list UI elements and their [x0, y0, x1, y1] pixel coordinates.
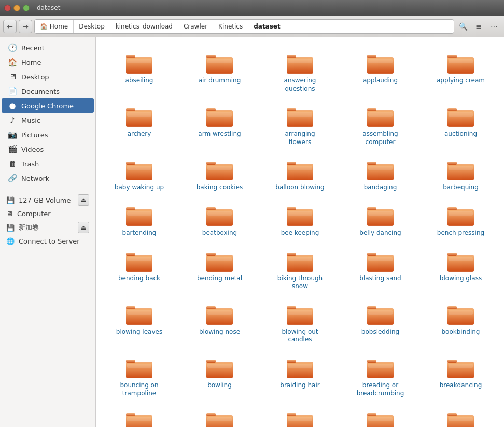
folder-label-31: bowling: [207, 381, 232, 390]
sidebar-item-desktop[interactable]: 🖥Desktop: [2, 69, 94, 84]
sidebar-item-documents[interactable]: 📄Documents: [2, 84, 94, 98]
folder-item-30[interactable]: bouncing on trampoline: [100, 350, 178, 402]
folder-item-2[interactable]: answering questions: [261, 46, 339, 97]
folder-item-21[interactable]: bending metal: [180, 244, 259, 295]
folder-icon-29: [446, 301, 475, 326]
sidebar-item-videos[interactable]: 🎬Videos: [2, 142, 94, 156]
folder-item-32[interactable]: braiding hair: [261, 350, 339, 402]
sidebar-drive-xinjuan[interactable]: 💾新加卷⏏: [0, 220, 95, 235]
folder-item-13[interactable]: bandaging: [341, 152, 419, 196]
folder-item-39[interactable]: building shed: [422, 404, 500, 427]
folder-item-36[interactable]: brushing teeth: [180, 404, 259, 427]
svg-rect-91: [288, 257, 312, 261]
folder-item-29[interactable]: bookbinding: [422, 297, 500, 348]
sidebar-label-documents: Documents: [21, 88, 60, 95]
folder-item-27[interactable]: blowing out candles: [261, 297, 339, 348]
titlebar: dataset: [0, 0, 504, 16]
breadcrumb-item-4[interactable]: Kinetics: [213, 20, 248, 33]
sidebar-item-google-chrome[interactable]: ●Google Chrome: [2, 98, 94, 113]
folder-item-0[interactable]: abseiling: [100, 46, 178, 97]
folder-item-25[interactable]: blowing leaves: [100, 297, 178, 348]
svg-rect-155: [368, 417, 393, 421]
folder-item-9[interactable]: auctioning: [422, 99, 500, 150]
folder-item-11[interactable]: baking cookies: [180, 152, 259, 196]
folder-item-4[interactable]: applying cream: [422, 46, 500, 97]
folder-item-24[interactable]: blowing glass: [422, 244, 500, 295]
sidebar-drive-connect[interactable]: 🌐Connect to Server: [0, 235, 95, 247]
folder-icon-36: [205, 408, 234, 427]
folder-item-34[interactable]: breakdancing: [422, 350, 500, 402]
svg-rect-101: [126, 306, 135, 309]
folder-item-18[interactable]: belly dancing: [341, 198, 419, 241]
minimize-button[interactable]: [13, 5, 20, 11]
127gb-icon: 💾: [6, 196, 15, 204]
breadcrumb-item-3[interactable]: Crawler: [178, 20, 213, 33]
folder-item-15[interactable]: bartending: [100, 198, 178, 241]
folder-item-23[interactable]: blasting sand: [341, 244, 419, 295]
folder-item-17[interactable]: bee keeping: [261, 198, 339, 241]
folder-item-12[interactable]: balloon blowing: [261, 152, 339, 196]
folder-label-34: breakdancing: [440, 381, 482, 390]
folder-item-37[interactable]: brush painting: [261, 404, 339, 427]
svg-rect-151: [288, 417, 312, 421]
svg-rect-19: [449, 59, 473, 63]
folder-item-38[interactable]: building cabinet: [341, 404, 419, 427]
folder-item-28[interactable]: bobsledding: [341, 297, 419, 348]
eject-127gb[interactable]: ⏏: [78, 194, 89, 206]
drive-label-127gb: 127 GB Volume: [19, 196, 71, 204]
breadcrumb-item-1[interactable]: Desktop: [74, 20, 110, 33]
view-grid-button[interactable]: ⋯: [487, 20, 501, 33]
sidebar-item-home[interactable]: 🏠Home: [2, 55, 94, 69]
sidebar-drive-127gb[interactable]: 💾127 GB Volume⏏: [0, 192, 95, 208]
search-button[interactable]: 🔍: [456, 20, 470, 33]
svg-rect-99: [449, 257, 473, 261]
folder-item-20[interactable]: bending back: [100, 244, 178, 295]
folder-item-16[interactable]: beatboxing: [180, 198, 259, 241]
folder-item-5[interactable]: archery: [100, 99, 178, 150]
svg-rect-147: [207, 417, 232, 421]
folder-item-10[interactable]: baby waking up: [100, 152, 178, 196]
folder-item-31[interactable]: bowling: [180, 350, 259, 402]
folder-item-3[interactable]: applauding: [341, 46, 419, 97]
close-button[interactable]: [4, 5, 11, 11]
folder-icon-7: [286, 103, 314, 128]
folder-item-8[interactable]: assembling computer: [341, 99, 419, 150]
folder-label-16: beatboxing: [202, 229, 237, 237]
folder-item-33[interactable]: breading or breadcrumbing: [341, 350, 419, 402]
folder-item-19[interactable]: bench pressing: [422, 198, 500, 241]
breadcrumb-item-5[interactable]: dataset: [248, 20, 286, 33]
folder-item-35[interactable]: brushing hair: [100, 404, 178, 427]
folder-icon-23: [366, 248, 395, 273]
svg-rect-121: [126, 360, 135, 363]
maximize-button[interactable]: [23, 5, 30, 11]
folder-item-7[interactable]: arranging flowers: [261, 99, 339, 150]
folder-icon-15: [125, 202, 153, 227]
view-list-button[interactable]: ≡: [472, 20, 485, 33]
forward-button[interactable]: →: [19, 20, 32, 33]
folder-label-9: auctioning: [444, 130, 477, 138]
sidebar-item-music[interactable]: ♪Music: [2, 113, 94, 127]
folder-item-6[interactable]: arm wrestling: [180, 99, 259, 150]
svg-rect-141: [126, 413, 135, 416]
sidebar-item-network[interactable]: 🔗Network: [2, 171, 94, 186]
svg-rect-67: [207, 211, 232, 216]
breadcrumb-item-2[interactable]: kinetics_download: [110, 20, 178, 33]
folder-icon-28: [366, 301, 395, 326]
sidebar-drive-computer[interactable]: 🖥Computer: [0, 208, 95, 220]
sidebar-item-pictures[interactable]: 📷Pictures: [2, 127, 94, 142]
folder-label-26: blowing nose: [199, 328, 240, 336]
svg-rect-107: [207, 310, 232, 315]
sidebar-item-trash[interactable]: 🗑Trash: [2, 156, 94, 171]
svg-rect-81: [126, 253, 135, 256]
folder-item-26[interactable]: blowing nose: [180, 297, 259, 348]
folder-item-1[interactable]: air drumming: [180, 46, 259, 97]
folder-icon-17: [286, 202, 314, 227]
back-button[interactable]: ←: [3, 20, 17, 33]
sidebar-item-recent[interactable]: 🕐Recent: [2, 40, 94, 55]
breadcrumb-item-0[interactable]: 🏠 Home: [35, 20, 74, 33]
folder-item-14[interactable]: barbequing: [422, 152, 500, 196]
folder-label-14: barbequing: [443, 183, 479, 192]
eject-xinjuan[interactable]: ⏏: [78, 222, 89, 233]
svg-rect-95: [368, 257, 393, 261]
folder-item-22[interactable]: biking through snow: [261, 244, 339, 295]
